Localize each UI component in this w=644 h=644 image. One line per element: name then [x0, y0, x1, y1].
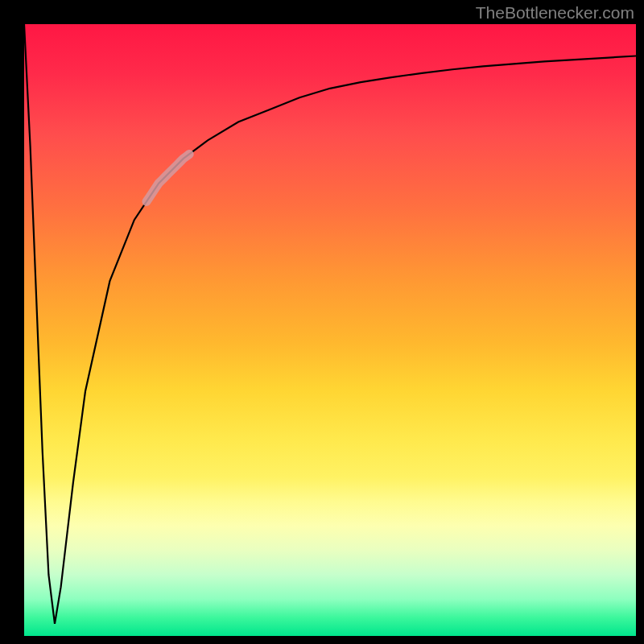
- highlight-segment: [147, 155, 189, 202]
- curve-svg: [24, 24, 636, 636]
- attribution-text: TheBottlenecker.com: [476, 3, 634, 23]
- plot-area: [24, 24, 636, 636]
- bottleneck-curve: [24, 24, 636, 624]
